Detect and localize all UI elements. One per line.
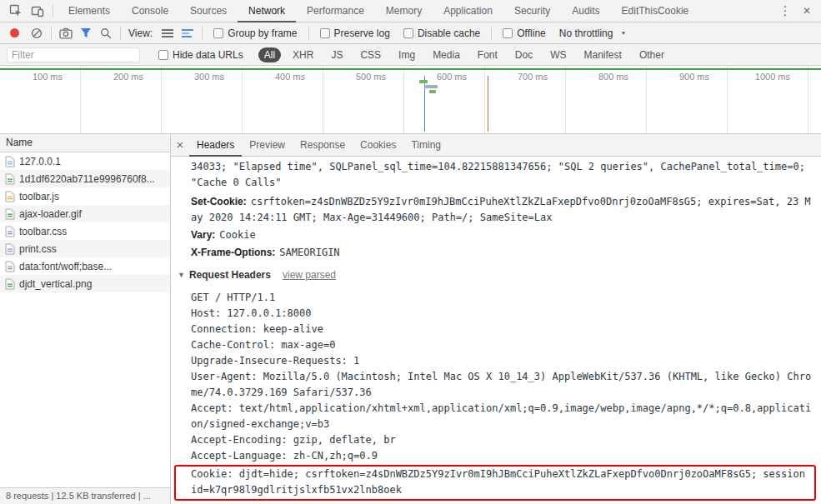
checkbox-box[interactable]: [503, 28, 513, 38]
tab-security[interactable]: Security: [503, 0, 561, 22]
request-name: 1d1df6220ab711e9996760f8...: [19, 173, 155, 185]
document-icon: [5, 156, 15, 167]
script-icon: [5, 191, 15, 202]
throttling-value: No throttling: [559, 27, 613, 39]
tab-audits[interactable]: Audits: [561, 0, 610, 22]
pill-other[interactable]: Other: [633, 47, 670, 62]
request-row[interactable]: toolbar.js: [0, 187, 170, 205]
pill-manifest[interactable]: Manifest: [578, 47, 628, 62]
pill-doc[interactable]: Doc: [509, 47, 538, 62]
device-toolbar-icon[interactable]: [27, 0, 48, 22]
view-large-rows-icon[interactable]: [158, 23, 178, 43]
checkbox-box[interactable]: [320, 28, 330, 38]
stylesheet-icon: [5, 243, 15, 255]
tab-application[interactable]: Application: [433, 0, 503, 22]
group-by-frame-checkbox[interactable]: Group by frame: [213, 27, 297, 39]
pill-ws[interactable]: WS: [544, 47, 572, 62]
header-name: X-Frame-Options:: [191, 247, 275, 258]
waterfall-bar: [429, 90, 436, 93]
image-icon: [5, 173, 15, 185]
checkbox-box[interactable]: [158, 50, 168, 60]
tab-console[interactable]: Console: [121, 0, 179, 22]
inspect-element-icon[interactable]: [5, 0, 27, 22]
tab-timing[interactable]: Timing: [403, 134, 448, 157]
view-parsed-link[interactable]: view parsed: [283, 267, 336, 283]
hide-data-urls-checkbox[interactable]: Hide data URLs: [158, 49, 243, 61]
group-by-frame-label: Group by frame: [228, 27, 297, 39]
clear-icon[interactable]: [27, 23, 47, 43]
header-value: csrftoken=z4sDnWBZDz5Y9zIvr0mI9hJBmCciPu…: [191, 196, 811, 223]
tab-response[interactable]: Response: [293, 134, 353, 157]
request-name: data:font/woff;base...: [19, 261, 112, 272]
preserve-log-checkbox[interactable]: Preserve log: [320, 27, 390, 39]
tick-label: 700 ms: [485, 72, 566, 82]
filter-input[interactable]: [7, 47, 140, 62]
tab-preview[interactable]: Preview: [242, 134, 293, 157]
pill-js[interactable]: JS: [325, 47, 348, 62]
request-rows: 127.0.0.1 1d1df6220ab711e9996760f8... to…: [0, 152, 170, 487]
pill-css[interactable]: CSS: [354, 47, 387, 62]
request-row[interactable]: 1d1df6220ab711e9996760f8...: [0, 170, 170, 187]
header-name: Vary:: [191, 229, 215, 241]
tab-network[interactable]: Network: [238, 0, 296, 22]
checkbox-box[interactable]: [403, 28, 413, 38]
pill-media[interactable]: Media: [427, 47, 466, 62]
tab-elements[interactable]: Elements: [58, 0, 121, 22]
raw-header-line: Accept: text/html,application/xhtml+xml,…: [191, 401, 816, 432]
stylesheet-icon: [5, 226, 15, 237]
hide-data-urls-label: Hide data URLs: [173, 49, 243, 61]
name-column-header[interactable]: Name: [0, 134, 170, 152]
record-button[interactable]: [10, 28, 19, 37]
pill-img[interactable]: Img: [393, 47, 421, 62]
header-value: SAMEORIGIN: [279, 247, 339, 258]
request-row[interactable]: data:font/woff;base...: [0, 257, 170, 275]
capture-screenshots-icon[interactable]: [56, 23, 76, 43]
request-name: print.css: [19, 243, 57, 255]
offline-checkbox[interactable]: Offline: [503, 27, 545, 39]
response-header-x-frame-options: X-Frame-Options:SAMEORIGIN: [191, 245, 816, 261]
close-devtools-icon[interactable]: ✕: [796, 0, 818, 22]
tab-headers[interactable]: Headers: [189, 134, 242, 157]
tab-performance[interactable]: Performance: [296, 0, 375, 22]
pill-font[interactable]: Font: [472, 47, 503, 62]
tab-memory[interactable]: Memory: [375, 0, 433, 22]
kebab-menu-icon[interactable]: ⋮: [774, 0, 796, 22]
pill-all[interactable]: All: [258, 47, 281, 62]
checkbox-box[interactable]: [213, 28, 223, 38]
request-row[interactable]: toolbar.css: [0, 222, 170, 240]
image-icon: [5, 208, 15, 220]
tick-label: 200 ms: [81, 72, 162, 82]
search-icon[interactable]: [96, 23, 116, 43]
disable-cache-label: Disable cache: [418, 27, 480, 39]
request-row[interactable]: 127.0.0.1: [0, 152, 170, 170]
throttling-select[interactable]: No throttling ▼: [559, 27, 627, 39]
offline-label: Offline: [517, 27, 545, 39]
raw-header-line: Accept-Encoding: gzip, deflate, br: [191, 432, 816, 448]
raw-header-line: User-Agent: Mozilla/5.0 (Macintosh; Inte…: [191, 369, 816, 401]
header-value: Cookie: [219, 229, 255, 241]
tab-editthiscookie[interactable]: EditThisCookie: [611, 0, 700, 22]
disable-cache-checkbox[interactable]: Disable cache: [403, 27, 480, 39]
tick-label: 300 ms: [162, 72, 243, 82]
pill-xhr[interactable]: XHR: [287, 47, 319, 62]
view-overview-icon[interactable]: [178, 23, 198, 43]
close-details-icon[interactable]: ×: [171, 134, 189, 156]
font-icon: [5, 261, 15, 272]
divider: [51, 27, 52, 40]
load-event-line: [488, 76, 488, 132]
network-overview[interactable]: 100 ms 200 ms 300 ms 400 ms 500 ms 600 m…: [0, 66, 821, 134]
type-filter-pills: All XHR JS CSS Img Media Font Doc WS Man…: [258, 47, 676, 62]
devtools-window: Elements Console Sources Network Perform…: [0, 0, 821, 504]
tab-cookies[interactable]: Cookies: [353, 134, 403, 157]
request-list-pane: Name 127.0.0.1 1d1df6220ab711e9996760f8.…: [0, 134, 171, 504]
request-row[interactable]: djdt_vertical.png: [0, 275, 170, 292]
raw-header-line: Upgrade-Insecure-Requests: 1: [191, 353, 816, 369]
image-icon: [5, 278, 15, 290]
disclosure-triangle-icon[interactable]: ▼: [178, 267, 185, 283]
request-row[interactable]: print.css: [0, 240, 170, 257]
filter-funnel-icon[interactable]: [76, 23, 96, 43]
summary-text: 8 requests | 12.5 KB transferred | ...: [6, 491, 151, 501]
request-row[interactable]: ajax-loader.gif: [0, 205, 170, 222]
tab-sources[interactable]: Sources: [179, 0, 238, 22]
chevron-down-icon: ▼: [620, 30, 626, 36]
